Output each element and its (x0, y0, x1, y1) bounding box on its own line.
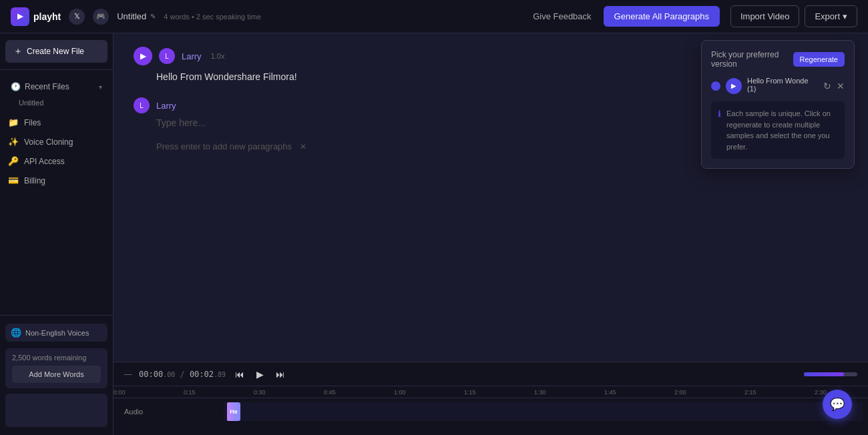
volume-slider[interactable] (804, 372, 857, 376)
transport-current-time: 00:00.00 / 00:02.89 (139, 370, 226, 379)
chat-button[interactable]: 💬 (823, 390, 852, 419)
chevron-down-icon: ▾ (843, 11, 847, 21)
key-icon: 🔑 (8, 156, 19, 166)
sidebar-item-voice-cloning[interactable]: ✨ Voice Cloning (0, 132, 113, 151)
popup-header: Pick your preferred version Regenerate (711, 50, 845, 69)
sidebar: ＋ Create New File 🕐 Recent Files ▾ Untit… (0, 33, 114, 435)
chevron-icon: ▾ (99, 83, 102, 91)
plus-icon: ＋ (13, 45, 23, 57)
popup-sample-label: Hello From Wonde (1) (747, 77, 818, 93)
clock-icon: 🕐 (11, 82, 21, 91)
ruler-mark: 1:45 (604, 389, 616, 396)
sidebar-avatar (5, 394, 107, 427)
ruler-mark: 0:15 (184, 389, 196, 396)
voice-avatar-2: L (134, 97, 150, 113)
timeline-ruler: 0:000:150:300:451:001:151:301:452:002:15… (114, 386, 868, 398)
word-count: 4 words • 2 sec speaking time (164, 13, 261, 21)
version-picker-popup: Pick your preferred version Regenerate ▶… (701, 40, 855, 169)
file-name: Untitled (117, 11, 146, 21)
sidebar-item-billing[interactable]: 💳 Billing (0, 171, 113, 190)
content-area: ▶ L Larry 1.0x Hello From Wondershare Fi… (114, 33, 868, 435)
ruler-mark: 1:00 (394, 389, 406, 396)
ruler-mark: 2:15 (744, 389, 756, 396)
audio-clip[interactable]: He (227, 402, 240, 421)
ruler-mark: 2:00 (674, 389, 686, 396)
logo-text: playht (33, 11, 61, 22)
ruler-mark: 0:30 (254, 389, 266, 396)
close-hint-button[interactable]: ✕ (300, 142, 306, 151)
voice-cloning-icon: ✨ (8, 137, 19, 147)
export-button[interactable]: Export ▾ (805, 5, 857, 27)
recent-files-header[interactable]: 🕐 Recent Files ▾ (5, 78, 107, 95)
logo-icon: ▶ (11, 7, 29, 26)
ruler-mark: 0:45 (324, 389, 336, 396)
feedback-button[interactable]: Give Feedback (526, 7, 598, 25)
popup-sample: ▶ Hello From Wonde (1) ↻ ✕ (711, 77, 845, 95)
popup-radio[interactable] (711, 81, 720, 91)
add-more-words-button[interactable]: Add More Words (12, 366, 101, 383)
file-info: Untitled ✎ (117, 11, 156, 21)
logo: ▶ playht (11, 7, 61, 26)
voice-avatar-1: L (159, 48, 175, 64)
timeline: 0:000:150:300:451:001:151:301:452:002:15… (114, 386, 868, 435)
voice-name-1[interactable]: Larry (182, 51, 202, 61)
discord-icon[interactable]: 🎮 (93, 9, 109, 25)
edit-icon[interactable]: ✎ (150, 13, 156, 20)
volume-fill (804, 372, 844, 376)
skip-forward-button[interactable]: ⏭ (273, 368, 288, 381)
popup-info: ℹ Each sample is unique. Click on regene… (711, 101, 845, 159)
popup-regenerate-button[interactable]: Regenerate (793, 52, 845, 67)
voice-speed-1: 1.0x (211, 52, 225, 60)
editor-area[interactable]: ▶ L Larry 1.0x Hello From Wondershare Fi… (114, 33, 868, 362)
create-new-file-button[interactable]: ＋ Create New File (5, 40, 107, 63)
sidebar-item-files[interactable]: 📁 Files (0, 113, 113, 132)
words-remaining-panel: 2,500 words remaining Add More Words (5, 348, 107, 388)
sidebar-item-api-access[interactable]: 🔑 API Access (0, 151, 113, 171)
transport-dash: — (124, 370, 132, 379)
track-content: He (224, 402, 863, 421)
non-english-voices[interactable]: 🌐 Non-English Voices (5, 324, 107, 342)
skip-back-button[interactable]: ⏮ (232, 368, 247, 381)
recent-files-section: 🕐 Recent Files ▾ Untitled (0, 75, 113, 113)
popup-title: Pick your preferred version (711, 50, 793, 69)
billing-icon: 💳 (8, 175, 19, 185)
ruler-mark: 1:30 (534, 389, 546, 396)
popup-play-button[interactable]: ▶ (726, 78, 742, 94)
voice-name-2[interactable]: Larry (156, 101, 176, 111)
topbar-left: ▶ playht 𝕏 🎮 Untitled ✎ 4 words • 2 sec … (11, 7, 261, 26)
popup-reload-icon[interactable]: ↻ (823, 81, 831, 91)
paragraph-play-button-1[interactable]: ▶ (134, 47, 152, 65)
popup-close-icon[interactable]: ✕ (837, 81, 845, 91)
import-button[interactable]: Import Video (730, 5, 799, 27)
info-icon: ℹ (718, 109, 721, 119)
ruler-mark: 1:15 (464, 389, 476, 396)
sidebar-bottom: 🌐 Non-English Voices 2,500 words remaini… (0, 315, 113, 435)
folder-icon: 📁 (8, 117, 19, 127)
main-layout: ＋ Create New File 🕐 Recent Files ▾ Untit… (0, 33, 868, 435)
ruler-mark: 0:00 (114, 389, 126, 396)
recent-file-item[interactable]: Untitled (5, 95, 107, 110)
sidebar-nav: 🕐 Recent Files ▾ Untitled 📁 Files ✨ Voic… (0, 70, 113, 315)
play-main-button[interactable]: ▶ (254, 368, 266, 381)
timeline-track: Audio He (114, 398, 868, 425)
topbar-right: Give Feedback Generate All Paragraphs Im… (526, 5, 857, 27)
generate-button[interactable]: Generate All Paragraphs (604, 6, 720, 27)
track-label: Audio (114, 408, 224, 416)
words-count: 2,500 words remaining (12, 354, 101, 362)
globe-icon: 🌐 (11, 328, 21, 338)
sidebar-top: ＋ Create New File (0, 33, 113, 70)
ruler-mark: 2:30 (815, 389, 827, 396)
bottom-bar: — 00:00.00 / 00:02.89 ⏮ ▶ ⏭ 0:000:150:30… (114, 362, 868, 435)
twitter-icon[interactable]: 𝕏 (69, 9, 85, 25)
popup-info-text: Each sample is unique. Click on regenera… (726, 108, 838, 152)
recent-files-label: 🕐 Recent Files (11, 82, 69, 91)
transport-controls: — 00:00.00 / 00:02.89 ⏮ ▶ ⏭ (114, 362, 868, 386)
topbar: ▶ playht 𝕏 🎮 Untitled ✎ 4 words • 2 sec … (0, 0, 868, 33)
